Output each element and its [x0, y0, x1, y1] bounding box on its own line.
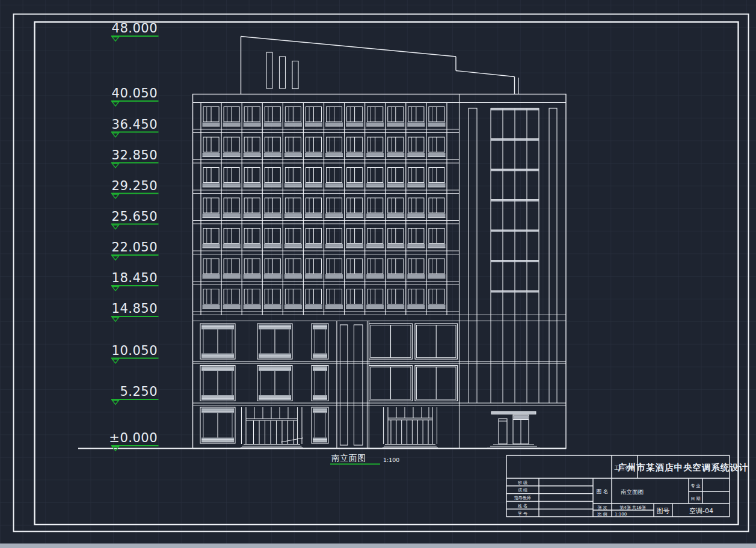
window-bottom-edge — [0, 544, 756, 548]
drawing-title: 南立面图 — [331, 453, 366, 463]
cad-viewport[interactable]: 48.00040.05036.45032.85029.25025.65022.0… — [0, 0, 756, 548]
row-label-name: 姓 名 — [518, 503, 527, 508]
scale-label: 比 例 — [597, 512, 607, 517]
scale-value: 1:100 — [615, 512, 627, 517]
elevation-value: 18.450 — [112, 271, 158, 285]
project-name-value: 广州市某酒店中央空调系统设计 — [618, 463, 749, 472]
drawing-number-label: 图号 — [657, 507, 670, 515]
elevation-value: 40.050 — [112, 86, 158, 100]
figure-name-value: 南立面图 — [621, 488, 644, 495]
sheet-label: 张 次 — [597, 505, 607, 510]
elevation-value: 32.850 — [112, 148, 158, 162]
elevation-value: 14.850 — [112, 301, 158, 316]
elevation-value: 10.050 — [112, 343, 158, 358]
row-label-student-id: 学 号 — [518, 511, 527, 516]
drawing-scale: 1:100 — [383, 457, 399, 463]
row-label-grade: 成 绩 — [518, 488, 527, 493]
elevation-value: 29.250 — [112, 179, 158, 193]
date-label: 日 期 — [690, 496, 700, 501]
elevation-value: 48.000 — [112, 21, 158, 35]
major-label: 专 业 — [690, 484, 700, 488]
sheet-value: 第4张 共16张 — [619, 505, 646, 510]
elevation-value: ±0.000 — [109, 431, 158, 445]
elevation-value: 5.250 — [120, 384, 158, 399]
elevation-value: 22.050 — [112, 240, 158, 254]
elevation-value: 36.450 — [112, 117, 158, 132]
drawing-number-value: 空调-04 — [689, 507, 713, 515]
row-label-advisor: 指导教师 — [514, 496, 531, 500]
row-label-class: 班 级 — [518, 481, 527, 485]
cad-drawing-area[interactable]: 48.00040.05036.45032.85029.25025.65022.0… — [0, 0, 756, 548]
elevation-value: 25.650 — [112, 209, 158, 224]
figure-name-label: 图 名 — [597, 488, 609, 494]
